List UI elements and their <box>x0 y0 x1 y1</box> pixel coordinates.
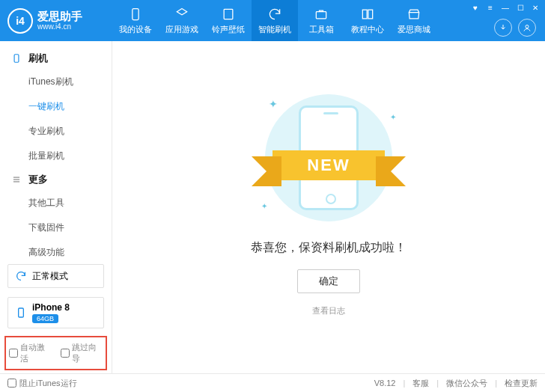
brand: i4 爱思助手 www.i4.cn <box>0 8 112 34</box>
list-icon <box>10 174 22 186</box>
mode-selector[interactable]: 正常模式 <box>7 264 104 288</box>
nav-flash[interactable]: 智能刷机 <box>252 0 298 41</box>
title-bar: i4 爱思助手 www.i4.cn 我的设备 应用游戏 铃声壁纸 智能刷机 工具… <box>0 0 545 41</box>
nav-store[interactable]: 爱思商城 <box>391 0 437 41</box>
sidebar-item-onekey-flash[interactable]: 一键刷机 <box>0 94 112 119</box>
main-content: ✦ ✦ ✦ NEW 恭喜您，保资料刷机成功啦！ 确定 查看日志 <box>112 41 545 373</box>
version-label: V8.12 <box>374 379 396 388</box>
block-itunes-checkbox[interactable]: 阻止iTunes运行 <box>7 378 77 389</box>
nav-tutorial[interactable]: 教程中心 <box>344 0 391 41</box>
success-illustration: ✦ ✦ ✦ NEW <box>254 91 404 225</box>
flash-options-highlight: 自动激活 跳过向导 <box>4 336 107 370</box>
close-button[interactable]: ✕ <box>530 2 541 13</box>
sidebar-item-pro-flash[interactable]: 专业刷机 <box>0 119 112 144</box>
device-selector[interactable]: iPhone 8 64GB <box>7 297 104 328</box>
window-controls: ♥ ≡ — ☐ ✕ <box>470 2 541 13</box>
settings-icon[interactable]: ♥ <box>470 2 481 13</box>
view-log-link[interactable]: 查看日志 <box>312 305 345 316</box>
success-message: 恭喜您，保资料刷机成功啦！ <box>251 240 407 256</box>
sidebar-item-itunes-flash[interactable]: iTunes刷机 <box>0 70 112 94</box>
download-button[interactable] <box>494 19 512 37</box>
brand-logo-icon: i4 <box>7 8 33 34</box>
auto-activate-checkbox[interactable]: 自动激活 <box>9 342 52 364</box>
check-update-link[interactable]: 检查更新 <box>505 378 538 389</box>
svg-rect-8 <box>19 308 24 317</box>
svg-rect-4 <box>14 55 19 63</box>
star-icon: ✦ <box>390 113 396 121</box>
sidebar-item-download-fw[interactable]: 下载固件 <box>0 215 112 240</box>
support-link[interactable]: 客服 <box>412 378 429 389</box>
brand-name: 爱思助手 <box>37 10 82 22</box>
minimize-button[interactable]: — <box>500 2 511 13</box>
device-name: iPhone 8 <box>32 302 70 313</box>
brand-url: www.i4.cn <box>37 23 82 31</box>
sidebar-section-flash: 刷机 <box>0 47 112 70</box>
storage-badge: 64GB <box>32 314 58 323</box>
svg-rect-0 <box>133 8 138 19</box>
sidebar-item-other-tools[interactable]: 其他工具 <box>0 191 112 215</box>
confirm-button[interactable]: 确定 <box>297 269 360 293</box>
user-button[interactable] <box>518 19 536 37</box>
svg-rect-2 <box>316 11 326 18</box>
sidebar-section-more: 更多 <box>0 168 112 191</box>
star-icon: ✦ <box>261 202 267 210</box>
status-bar: 阻止iTunes运行 V8.12 | 客服 | 微信公众号 | 检查更新 <box>0 373 545 392</box>
book-icon <box>360 7 375 22</box>
maximize-button[interactable]: ☐ <box>515 2 526 13</box>
phone-icon <box>10 52 22 64</box>
refresh-icon <box>14 269 28 283</box>
svg-point-3 <box>526 25 529 28</box>
sidebar-item-advanced[interactable]: 高级功能 <box>0 240 112 260</box>
refresh-icon <box>267 7 282 22</box>
menu-icon[interactable]: ≡ <box>485 2 496 13</box>
new-ribbon: NEW <box>254 150 404 180</box>
phone-icon <box>14 306 28 319</box>
sidebar-item-batch-flash[interactable]: 批量刷机 <box>0 144 112 168</box>
toolbox-icon <box>314 7 329 22</box>
skip-wizard-checkbox[interactable]: 跳过向导 <box>61 342 103 364</box>
wechat-link[interactable]: 微信公众号 <box>446 378 487 389</box>
store-icon <box>407 7 421 22</box>
nav-ringtone[interactable]: 铃声壁纸 <box>205 0 252 41</box>
nav-devices[interactable]: 我的设备 <box>112 0 159 41</box>
nav-toolbox[interactable]: 工具箱 <box>298 0 344 41</box>
music-icon <box>221 7 236 22</box>
sidebar: 刷机 iTunes刷机 一键刷机 专业刷机 批量刷机 更多 其他工具 下载固件 … <box>0 41 112 373</box>
star-icon: ✦ <box>269 98 278 110</box>
nav-apps[interactable]: 应用游戏 <box>159 0 205 41</box>
apps-icon <box>174 7 189 22</box>
phone-icon <box>128 7 143 22</box>
svg-rect-1 <box>224 9 233 19</box>
